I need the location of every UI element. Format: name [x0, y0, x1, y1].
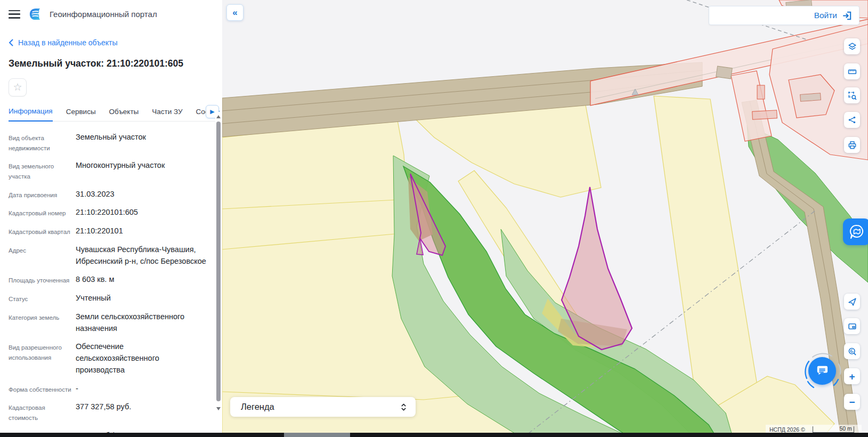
zoom-extent-icon	[848, 347, 857, 356]
attribute-row: Вид разрешенного использованияОбеспечени…	[9, 341, 208, 376]
expand-collapse-icon	[400, 402, 408, 412]
map-bubble-icon	[849, 224, 865, 240]
back-link[interactable]: Назад в найденные объекты	[9, 38, 222, 47]
attribute-label: Категория земель	[9, 311, 76, 335]
spatial-search-button[interactable]	[844, 87, 860, 103]
login-label: Войти	[814, 11, 837, 20]
attribute-label: Форма собственности	[9, 383, 76, 395]
building	[716, 66, 733, 79]
geoportal-window: Геоинформационный портал Назад в найденн…	[0, 0, 868, 437]
layers-button[interactable]	[844, 38, 860, 54]
double-chevron-left-icon: «	[232, 7, 237, 18]
favorite-star-button[interactable]: ☆	[9, 78, 27, 96]
attribute-value: 21:10:220101	[76, 225, 123, 237]
scroll-up-arrow[interactable]	[216, 115, 221, 118]
overview-map-button[interactable]	[844, 318, 860, 334]
attribute-row: Кадастровая стоимость377 327,58 руб.	[9, 401, 208, 423]
chat-bubble-icon	[815, 364, 829, 378]
attribute-value: Учтенный	[76, 293, 111, 304]
attribute-row: Кадастровый номер21:10:220101:605	[9, 207, 208, 218]
chevron-right-icon: ▶	[210, 108, 214, 115]
attribute-label: Вид разрешенного использования	[9, 341, 76, 376]
panel-scrollbar[interactable]	[215, 112, 222, 432]
tab-bar: ИнформацияСервисыОбъектыЧасти ЗУСостав ▶	[9, 107, 222, 122]
chat-button[interactable]	[808, 357, 836, 385]
attribute-value: 377 327,58 руб.	[76, 401, 131, 423]
star-icon: ☆	[13, 82, 22, 93]
attribute-row: Вид объекта недвижимостиЗемельный участо…	[9, 132, 208, 153]
attribute-value: -	[76, 383, 78, 395]
zoom-in-button[interactable]: +	[844, 368, 860, 384]
minus-icon: −	[849, 397, 855, 407]
bottom-bar-segment	[284, 433, 350, 437]
panel-header: Геоинформационный портал	[5, 0, 222, 27]
attribute-row: Форма собственности-	[9, 383, 208, 395]
attribute-label: Площадь уточненная	[9, 274, 76, 286]
attribute-label: Адрес	[9, 244, 76, 268]
attribute-row: СтатусУчтенный	[9, 293, 208, 304]
attribute-value: 21:10:220101:605	[76, 207, 138, 218]
layers-icon	[848, 42, 857, 51]
chevron-left-icon	[9, 39, 13, 46]
legend-bar[interactable]: Легенда	[230, 397, 416, 417]
initial-extent-button[interactable]	[844, 343, 860, 359]
my-location-button[interactable]	[844, 294, 860, 310]
attribute-value: 8 603 кв. м	[76, 274, 114, 286]
measure-button[interactable]	[844, 63, 860, 79]
attribute-row: Дата присвоения31.03.2023	[9, 189, 208, 200]
attribution: НСПД 2026 ©	[769, 426, 805, 433]
tab-3[interactable]: Части ЗУ	[152, 108, 182, 121]
chat-fab-wrap	[802, 351, 845, 393]
attribute-value: Обеспечение сельскохозяйственного произв…	[76, 341, 208, 376]
attribute-list: Вид объекта недвижимостиЗемельный участо…	[9, 132, 222, 437]
screen-bottom-bar	[0, 433, 868, 437]
attribute-value: Чувашская Республика-Чувашия, Ибресински…	[76, 244, 208, 268]
app-title: Геоинформационный портал	[50, 10, 157, 19]
attribute-row: Категория земельЗемли сельскохозяйственн…	[9, 311, 208, 335]
map-canvas[interactable]	[222, 0, 868, 437]
scale-bar: 50 m	[813, 426, 854, 433]
attribute-row: Площадь уточненная8 603 кв. м	[9, 274, 208, 286]
navigation-arrow-icon	[848, 297, 857, 306]
login-icon	[842, 11, 852, 21]
info-panel: Геоинформационный портал Назад в найденн…	[0, 0, 222, 437]
attribute-row: Кадастровый квартал21:10:220101	[9, 225, 208, 237]
menu-icon[interactable]	[9, 10, 20, 19]
attribute-label: Кадастровый квартал	[9, 225, 76, 237]
attribute-label: Вид земельного участка	[9, 160, 76, 181]
scrollbar-thumb[interactable]	[216, 122, 221, 401]
attribute-label: Вид объекта недвижимости	[9, 132, 76, 153]
attribute-label: Кадастровая стоимость	[9, 401, 76, 423]
portal-logo-icon	[28, 7, 42, 21]
scale-label: 50 m	[839, 425, 851, 432]
printer-icon	[848, 141, 857, 150]
mini-map-icon	[848, 322, 857, 331]
plus-icon: +	[849, 371, 855, 382]
attribute-label: Кадастровый номер	[9, 207, 76, 218]
attribute-row: Вид земельного участкаМногоконтурный уча…	[9, 160, 208, 181]
attribute-label: Статус	[9, 293, 76, 304]
tab-1[interactable]: Сервисы	[66, 108, 96, 121]
tab-2[interactable]: Объекты	[109, 108, 139, 121]
attribute-value: 31.03.2023	[76, 189, 115, 200]
print-button[interactable]	[844, 137, 860, 153]
attribute-row: АдресЧувашская Республика-Чувашия, Ибрес…	[9, 244, 208, 268]
scroll-down-arrow[interactable]	[216, 407, 221, 410]
attribute-label: Дата присвоения	[9, 189, 76, 200]
collapse-sidebar-button[interactable]: «	[226, 4, 244, 21]
map-widget-button[interactable]	[843, 218, 868, 245]
share-icon	[848, 116, 856, 124]
share-button[interactable]	[844, 112, 860, 128]
select-area-search-icon	[848, 91, 857, 100]
page-title: Земельный участок: 21:10:220101:605	[9, 58, 222, 69]
attribute-value: Многоконтурный участок	[76, 160, 165, 181]
tab-0[interactable]: Информация	[9, 107, 53, 122]
attribute-value: Земли сельскохозяйственного назначения	[76, 311, 208, 335]
ruler-icon	[848, 67, 857, 76]
legend-label: Легенда	[241, 402, 274, 412]
login-bar[interactable]: Войти	[709, 6, 859, 25]
zoom-out-button[interactable]: −	[844, 394, 860, 410]
attribute-value: Земельный участок	[76, 132, 146, 153]
